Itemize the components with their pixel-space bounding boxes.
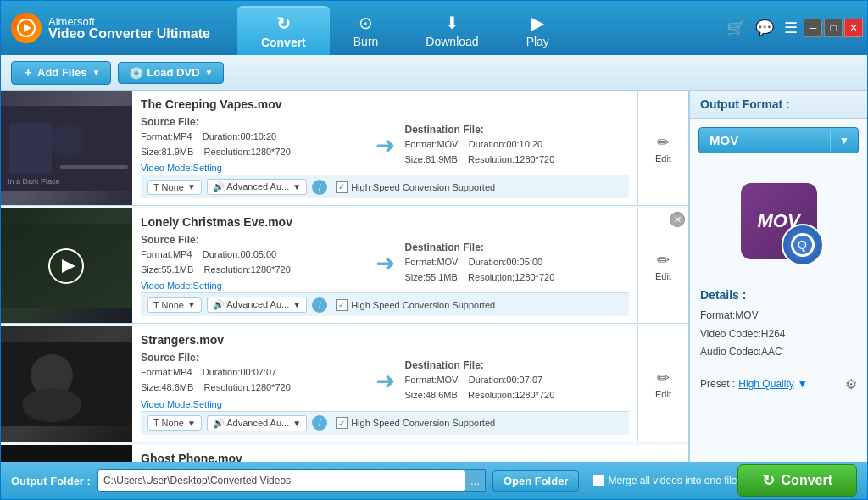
- audio-dropdown-1[interactable]: 🔊 Advanced Au... ▼: [207, 179, 307, 195]
- add-icon: ＋: [22, 65, 34, 81]
- edit-icon-2: ✏: [657, 251, 670, 269]
- merge-checkbox: Merge all videos into one file: [593, 475, 737, 486]
- audio-dropdown-3[interactable]: 🔊 Advanced Au... ▼: [207, 415, 307, 431]
- video-mode-link-3[interactable]: Video Mode:Setting: [141, 399, 222, 409]
- file-info-row-3: Source File: Format:MP4 Duration:00:07:0…: [141, 352, 629, 410]
- svg-point-13: [22, 388, 81, 422]
- arrow-icon-1: ➜: [365, 131, 405, 159]
- hd-badge-3: ✓ High Speed Conversion Supported: [336, 417, 495, 429]
- source-info-3: Source File: Format:MP4 Duration:00:07:0…: [141, 352, 365, 410]
- details-section: Details : Format:MOV Video Codec:H264 Au…: [690, 281, 867, 369]
- convert-button[interactable]: ↻ Convert: [737, 464, 857, 497]
- thumbnail-4: [1, 445, 132, 462]
- thumbnail-3: [1, 326, 132, 441]
- audio-dropdown-2[interactable]: 🔊 Advanced Au... ▼: [207, 297, 307, 313]
- video-mode-link-2[interactable]: Video Mode:Setting: [141, 281, 222, 291]
- none-dropdown-3[interactable]: T None ▼: [147, 415, 202, 431]
- info-button-3[interactable]: i: [312, 415, 327, 431]
- none-dropdown-1[interactable]: T None ▼: [147, 180, 202, 195]
- right-panel: Output Format : MOV ▼ MOV Q Details :: [689, 91, 867, 462]
- source-info-1: Source File: Format:MP4 Duration:00:10:2…: [141, 116, 365, 175]
- preset-dropdown-arrow[interactable]: ▼: [798, 378, 808, 390]
- file-info-row-1: Source File: Format:MP4 Duration:00:10:2…: [141, 116, 629, 175]
- file-details-4: Ghost Phone.mov: [132, 445, 688, 462]
- app-name: Aimersoft Video Converter Ultimate: [48, 15, 210, 42]
- hd-check-3[interactable]: ✓: [336, 417, 348, 429]
- details-text: Format:MOV Video Codec:H264 Audio Codec:…: [700, 307, 857, 362]
- folder-path-input[interactable]: [97, 469, 465, 492]
- file-details-1: The Creeping Vapes.mov Source File: Form…: [132, 91, 637, 205]
- list-item: In a Dark Place The Creeping Vapes.mov S…: [1, 91, 688, 206]
- output-folder-label: Output Folder :: [11, 475, 91, 487]
- cart-icon[interactable]: 🛒: [726, 19, 745, 37]
- burn-icon: ⊙: [359, 13, 373, 33]
- info-button-1[interactable]: i: [312, 180, 327, 195]
- quicktime-icon: Q: [791, 233, 815, 257]
- download-icon: ⬇: [445, 13, 459, 33]
- edit-icon-1: ✏: [657, 133, 670, 152]
- bottom-bar: Output Folder : ... Open Folder Merge al…: [1, 462, 867, 499]
- hd-check-1[interactable]: ✓: [336, 181, 348, 193]
- thumbnail-preview-3: [1, 326, 132, 441]
- svg-rect-14: [1, 445, 132, 462]
- tab-burn[interactable]: ⊙ Burn: [330, 6, 403, 55]
- tab-download[interactable]: ⬇ Download: [402, 6, 502, 55]
- dvd-icon: 💿: [129, 66, 143, 80]
- file-name-3: Strangers.mov: [141, 333, 629, 347]
- menu-icon[interactable]: ☰: [784, 19, 798, 37]
- source-info-2: Source File: Format:MP4 Duration:00:05:0…: [141, 234, 365, 292]
- file-details-3: Strangers.mov Source File: Format:MP4 Du…: [132, 326, 637, 441]
- edit-icon-3: ✏: [657, 369, 670, 387]
- edit-button-3[interactable]: ✏ Edit: [637, 326, 688, 441]
- none-dropdown-2[interactable]: T None ▼: [147, 297, 202, 313]
- app-logo: Aimersoft Video Converter Ultimate: [1, 1, 220, 55]
- mov-icon-inner: MOV Q: [741, 183, 817, 259]
- video-mode-link-1[interactable]: Video Mode:Setting: [141, 163, 222, 173]
- list-item: Ghost Phone.mov: [1, 445, 688, 462]
- load-dvd-button[interactable]: 💿 Load DVD ▼: [118, 62, 224, 84]
- file-name-4: Ghost Phone.mov: [141, 452, 680, 462]
- app-logo-icon: [11, 13, 42, 43]
- list-item: Lonely Christmas Eve.mov Source File: Fo…: [1, 208, 688, 324]
- hd-badge-2: ✓ High Speed Conversion Supported: [336, 299, 495, 311]
- file-bottom-bar-1: T None ▼ 🔊 Advanced Au... ▼ i ✓ High Spe…: [141, 175, 629, 198]
- settings-gear-icon[interactable]: ⚙: [845, 376, 857, 392]
- toolbar: ＋ Add Files ▼ 💿 Load DVD ▼: [1, 55, 867, 91]
- svg-marker-1: [24, 24, 31, 32]
- tab-play[interactable]: ▶ Play: [503, 6, 573, 55]
- file-details-2: Lonely Christmas Eve.mov Source File: Fo…: [132, 208, 637, 323]
- maximize-button[interactable]: □: [824, 19, 843, 37]
- load-dvd-dropdown-arrow: ▼: [205, 68, 214, 77]
- browse-button[interactable]: ...: [465, 469, 486, 492]
- file-info-row-2: Source File: Format:MP4 Duration:00:05:0…: [141, 234, 629, 292]
- merge-check-input[interactable]: [593, 475, 604, 486]
- dest-info-3: Destination File: Format:MOV Duration:00…: [405, 359, 630, 403]
- details-title: Details :: [700, 288, 857, 302]
- format-selector[interactable]: MOV ▼: [698, 127, 859, 153]
- hd-badge-1: ✓ High Speed Conversion Supported: [336, 181, 495, 193]
- hd-check-2[interactable]: ✓: [336, 299, 348, 311]
- app-window: Aimersoft Video Converter Ultimate ↻ Con…: [0, 0, 868, 500]
- file-list: In a Dark Place The Creeping Vapes.mov S…: [1, 91, 689, 462]
- arrow-icon-2: ➜: [365, 249, 405, 277]
- thumbnail-2: [1, 208, 132, 323]
- close-button[interactable]: ✕: [844, 19, 863, 37]
- info-button-2[interactable]: i: [312, 297, 327, 313]
- svg-rect-5: [60, 165, 128, 169]
- nav-tabs: ↻ Convert ⊙ Burn ⬇ Download ▶ Play: [237, 1, 721, 55]
- preset-row: Preset : High Quality ▼ ⚙: [690, 369, 867, 399]
- add-files-button[interactable]: ＋ Add Files ▼: [11, 61, 111, 85]
- main-content: In a Dark Place The Creeping Vapes.mov S…: [1, 91, 867, 462]
- open-folder-button[interactable]: Open Folder: [492, 470, 580, 492]
- format-dropdown-arrow[interactable]: ▼: [830, 130, 858, 152]
- edit-button-1[interactable]: ✏ Edit: [637, 91, 688, 205]
- file-name-2: Lonely Christmas Eve.mov: [141, 215, 629, 229]
- quicktime-badge: Q: [782, 224, 824, 266]
- preset-link[interactable]: High Quality: [738, 378, 793, 390]
- message-icon[interactable]: 💬: [755, 19, 774, 37]
- tab-convert[interactable]: ↻ Convert: [237, 6, 330, 55]
- svg-rect-3: [9, 123, 52, 174]
- list-item: Strangers.mov Source File: Format:MP4 Du…: [1, 326, 688, 442]
- minimize-button[interactable]: ─: [804, 19, 822, 37]
- convert-icon: ↻: [276, 14, 291, 34]
